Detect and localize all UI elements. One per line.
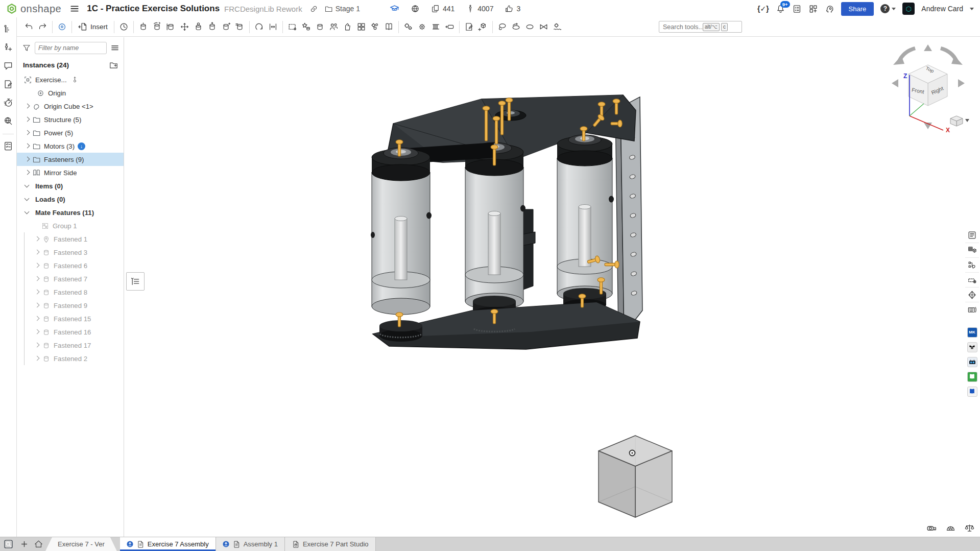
ball-mate-icon[interactable] <box>192 20 205 34</box>
add-folder-icon[interactable] <box>109 60 118 70</box>
copies-stat[interactable]: 441 <box>431 4 455 13</box>
create-drawing-icon[interactable] <box>462 20 476 34</box>
cylindrical-mate-icon[interactable] <box>205 20 219 34</box>
final-mate-connector-icon[interactable] <box>55 20 69 34</box>
tree-row-fastened-15[interactable]: Fastened 15 <box>17 312 124 325</box>
tab-exercise-7-ver[interactable]: Exercise 7 - Ver <box>45 537 117 551</box>
assembly-3d-model[interactable] <box>357 82 643 352</box>
filter-input[interactable] <box>35 42 107 54</box>
chevron-right-icon[interactable] <box>33 354 41 363</box>
app-butterfly-icon[interactable] <box>967 342 977 352</box>
history-icon[interactable] <box>2 96 15 109</box>
chevron-right-icon[interactable] <box>33 288 41 296</box>
spool-cylinder-right[interactable] <box>557 135 614 310</box>
search-tools[interactable]: alt/⌥ c <box>659 21 742 33</box>
publication-icon[interactable] <box>382 20 396 34</box>
tasks-button[interactable] <box>792 4 802 14</box>
tree-row-fastened-1[interactable]: Fastened 1 <box>17 232 124 246</box>
named-views-icon[interactable] <box>523 20 537 34</box>
comments-icon[interactable] <box>2 59 15 73</box>
chevron-right-icon[interactable] <box>33 328 41 336</box>
chevron-right-icon[interactable] <box>23 155 31 163</box>
view-options-button[interactable] <box>950 116 969 126</box>
tree-row-fastened-9[interactable]: Fastened 9 <box>17 299 124 312</box>
chevron-right-icon[interactable] <box>23 129 31 137</box>
help-menu[interactable]: ? <box>880 4 896 13</box>
mass-properties-icon[interactable] <box>964 523 975 534</box>
tree-row-exercise-root[interactable]: Exercise... <box>17 73 124 86</box>
new-tab-button[interactable] <box>17 537 31 551</box>
operation-history-icon[interactable] <box>117 20 131 34</box>
appearance-icon[interactable] <box>299 20 313 34</box>
tab-exercise-7-assembly[interactable]: Exercise 7 Assembly <box>120 537 216 551</box>
user-menu-chevron-icon[interactable] <box>970 8 974 10</box>
likes-stat[interactable]: 3 <box>505 4 520 13</box>
section-view-icon[interactable] <box>509 20 523 34</box>
tree-row-items-section[interactable]: Items (0) <box>17 179 124 193</box>
notifications-button[interactable]: 9+ <box>776 4 785 14</box>
tree-row-folder-power[interactable]: Power (5) <box>17 126 124 139</box>
revolute-mate-icon[interactable] <box>150 20 164 34</box>
view-cube[interactable]: Top Front Right Z X <box>886 38 970 135</box>
app-diamond-icon[interactable] <box>965 287 979 302</box>
simulation-icon[interactable] <box>551 20 564 34</box>
document-title[interactable]: 1C - Practice Exercise Solutions <box>87 4 220 14</box>
app-robot-icon[interactable] <box>967 357 977 367</box>
standard-content-icon[interactable] <box>313 20 327 34</box>
configurations-icon[interactable] <box>368 20 382 34</box>
planar-mate-icon[interactable] <box>178 20 192 34</box>
chevron-right-icon[interactable] <box>33 261 41 270</box>
linked-documents-icon[interactable] <box>965 257 979 272</box>
origin-marker[interactable] <box>630 450 635 456</box>
tree-row-folder-fasteners[interactable]: Fasteners (9) <box>17 153 124 166</box>
tree-row-fastened-3[interactable]: Fastened 3 <box>17 246 124 259</box>
tab-exercise-7-part-studio[interactable]: Exercise 7 Part Studio <box>285 537 376 551</box>
custom-tables-icon[interactable] <box>2 78 15 91</box>
avatar[interactable]: ⬡ <box>902 3 915 15</box>
keyboard-shortcuts-icon[interactable] <box>965 302 979 317</box>
pin-slot-mate-icon[interactable] <box>219 20 233 34</box>
chevron-right-icon[interactable] <box>23 115 31 124</box>
bom-table-icon[interactable] <box>965 243 979 257</box>
display-states-icon[interactable] <box>354 20 368 34</box>
tape-measure-icon[interactable] <box>926 523 937 534</box>
tree-row-mirror-side[interactable]: Mirror Side <box>17 166 124 179</box>
tree-row-mate-features-section[interactable]: Mate Features (11) <box>17 206 124 219</box>
spool-cylinder-left[interactable] <box>371 148 432 315</box>
chevron-right-icon[interactable] <box>33 248 41 256</box>
chevron-right-icon[interactable] <box>33 275 41 283</box>
onshape-logo[interactable]: onshape <box>6 3 61 15</box>
tree-row-group-1[interactable]: Group 1 <box>17 219 124 232</box>
learning-center-button[interactable] <box>825 4 834 14</box>
public-globe-icon[interactable] <box>411 4 420 13</box>
properties-panel-icon[interactable] <box>965 228 979 243</box>
tree-row-fastened-17[interactable]: Fastened 17 <box>17 339 124 352</box>
tree-row-folder-motors[interactable]: Motors (3)↓ <box>17 139 124 153</box>
search-tabs-button[interactable] <box>0 537 17 551</box>
graphics-viewport[interactable]: Top Front Right Z X MK <box>124 37 980 537</box>
selection-properties-icon[interactable] <box>965 272 979 287</box>
tree-row-fastened-16[interactable]: Fastened 16 <box>17 325 124 339</box>
app-mkcad-icon[interactable]: MK <box>967 327 977 338</box>
chevron-right-icon[interactable] <box>23 102 31 110</box>
tree-row-fastened-7[interactable]: Fastened 7 <box>17 272 124 285</box>
tree-row-fastened-6[interactable]: Fastened 6 <box>17 259 124 272</box>
chevron-right-icon[interactable] <box>33 301 41 309</box>
chevron-down-icon[interactable] <box>23 182 31 190</box>
filter-icon[interactable] <box>22 43 31 53</box>
chevron-down-icon[interactable] <box>23 208 31 217</box>
share-button[interactable]: Share <box>841 2 874 16</box>
link-icon[interactable] <box>309 5 318 13</box>
checklist-icon[interactable] <box>2 139 15 153</box>
snap-mode-icon[interactable] <box>252 20 266 34</box>
mate-connector-anchor-icon[interactable] <box>71 76 79 84</box>
chevron-right-icon[interactable] <box>23 142 31 150</box>
undo-icon[interactable] <box>22 20 36 34</box>
chevron-right-icon[interactable] <box>33 315 41 323</box>
screw-relation-icon[interactable] <box>429 20 443 34</box>
tree-row-fastened-2[interactable]: Fastened 2 <box>17 352 124 365</box>
chevron-right-icon[interactable] <box>33 341 41 349</box>
search-document-icon[interactable] <box>2 114 15 128</box>
tree-row-fastened-8[interactable]: Fastened 8 <box>17 285 124 299</box>
search-tools-input[interactable] <box>663 23 703 31</box>
